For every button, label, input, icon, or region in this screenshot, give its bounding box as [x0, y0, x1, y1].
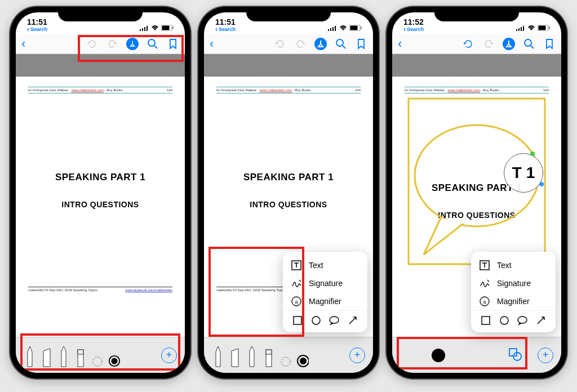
eraser-tool[interactable] [74, 345, 87, 368]
markup-icon[interactable] [126, 38, 139, 50]
svg-point-46 [513, 353, 521, 360]
svg-rect-39 [539, 26, 546, 30]
text-icon [479, 260, 490, 271]
circle-shape[interactable] [311, 315, 321, 326]
rectangle-shape[interactable] [481, 315, 491, 326]
circle-shape[interactable] [499, 315, 509, 326]
popup-signature-option[interactable]: Signature [283, 274, 367, 292]
status-time: 11:52 [403, 18, 424, 26]
resize-handle-icon[interactable] [530, 152, 535, 156]
magnifier-annotation[interactable]: T 1 [504, 153, 543, 193]
add-annotation-button[interactable]: + [349, 348, 365, 363]
back-to-search[interactable]: Search [403, 26, 424, 33]
doc-subtitle: INTRO QUESTIONS [250, 200, 327, 209]
popup-signature-option[interactable]: Signature [471, 274, 556, 292]
shape-style-button[interactable] [508, 347, 522, 364]
speech-bubble-shape[interactable] [329, 315, 339, 326]
arrow-shape[interactable] [348, 315, 358, 326]
screen-1: 11:51 Search ‹ [16, 12, 185, 373]
markup-toolbar: + [16, 337, 185, 373]
redo-icon[interactable] [294, 38, 307, 50]
svg-rect-0 [140, 29, 141, 31]
svg-rect-10 [78, 350, 83, 354]
popup-signature-label: Signature [309, 279, 343, 288]
fill-color-button[interactable] [432, 349, 445, 362]
svg-rect-6 [172, 26, 174, 29]
svg-rect-3 [147, 26, 148, 31]
pen-tool[interactable] [24, 345, 36, 368]
color-tool[interactable] [108, 345, 121, 368]
highlighter-tool[interactable] [41, 345, 53, 368]
svg-rect-15 [330, 28, 331, 31]
pen-tool[interactable] [212, 345, 224, 368]
svg-rect-17 [335, 26, 336, 31]
phone-frame-2: 11:51 Search ‹ Dr Kiranpreet Kaur Ma [198, 7, 379, 378]
svg-point-33 [330, 317, 339, 323]
svg-point-7 [148, 39, 155, 46]
signature-icon [479, 278, 490, 289]
signal-icon [516, 24, 525, 33]
signature-icon [291, 278, 302, 289]
popup-text-option[interactable]: Text [471, 256, 556, 274]
svg-line-42 [531, 46, 534, 48]
search-icon[interactable] [147, 38, 159, 50]
redo-icon[interactable] [106, 38, 118, 50]
lasso-tool[interactable] [279, 345, 292, 368]
bookmark-icon[interactable] [167, 38, 179, 50]
popup-magnifier-label: Magnifier [309, 297, 341, 306]
back-button[interactable]: ‹ [21, 37, 25, 51]
doc-title: SPEAKING PART 1 [55, 172, 145, 183]
popup-text-option[interactable]: Text [283, 256, 367, 274]
popup-magnifier-option[interactable]: a Magnifier [283, 292, 367, 310]
bookmark-icon[interactable] [543, 38, 556, 50]
battery-icon [538, 24, 550, 33]
doc-title: SPEAKING PART 1 [243, 172, 334, 183]
svg-rect-36 [521, 27, 522, 31]
lasso-tool[interactable] [91, 345, 104, 368]
grey-strip-top [392, 54, 561, 77]
eraser-tool[interactable] [263, 345, 275, 368]
bookmark-icon[interactable] [355, 38, 367, 50]
search-icon[interactable] [335, 38, 347, 50]
popup-shapes-row [283, 310, 367, 328]
undo-icon[interactable] [462, 38, 474, 50]
undo-icon[interactable] [274, 38, 286, 50]
svg-line-22 [343, 46, 345, 48]
grey-strip-top [16, 54, 185, 77]
popup-magnifier-option[interactable]: a Magnifier [471, 292, 556, 310]
speech-bubble-shape[interactable] [517, 315, 527, 326]
back-button[interactable]: ‹ [398, 37, 402, 51]
svg-rect-1 [142, 28, 143, 31]
highlighter-tool[interactable] [229, 345, 241, 368]
magnifier-icon: a [291, 296, 302, 307]
pencil-tool[interactable] [57, 345, 70, 368]
back-to-search[interactable]: Search [215, 26, 236, 33]
back-to-search[interactable]: Search [27, 26, 47, 33]
nav-bar: ‹ [392, 34, 561, 54]
doc-footer: makkarIELTS Sep-DEC 2018 Speaking Topics… [28, 287, 172, 292]
svg-point-51 [500, 317, 508, 324]
pencil-tool[interactable] [246, 345, 258, 368]
add-annotation-button[interactable]: + [161, 348, 177, 363]
magnifier-text: T 1 [512, 164, 535, 182]
doc-subtitle: INTRO QUESTIONS [61, 200, 139, 209]
svg-rect-34 [516, 29, 517, 31]
markup-icon[interactable] [503, 38, 515, 50]
color-tool[interactable] [296, 345, 309, 368]
resize-handle-icon[interactable] [539, 182, 544, 186]
back-button[interactable]: ‹ [210, 37, 214, 51]
document-page[interactable]: Dr Kiranpreet Kaur Makkar www.makkarielt… [16, 77, 185, 302]
undo-icon[interactable] [86, 38, 98, 50]
svg-text:a: a [295, 299, 298, 305]
wifi-icon [527, 24, 535, 33]
svg-rect-14 [328, 29, 329, 31]
rectangle-shape[interactable] [292, 315, 303, 326]
add-annotation-button[interactable]: + [538, 348, 553, 363]
svg-line-8 [154, 46, 157, 48]
add-annotation-popup: Text Signature a Magnifier [471, 252, 556, 332]
markup-icon[interactable] [314, 38, 327, 50]
wifi-icon [151, 24, 159, 33]
arrow-shape[interactable] [536, 315, 546, 326]
redo-icon[interactable] [482, 38, 495, 50]
search-icon[interactable] [523, 38, 535, 50]
